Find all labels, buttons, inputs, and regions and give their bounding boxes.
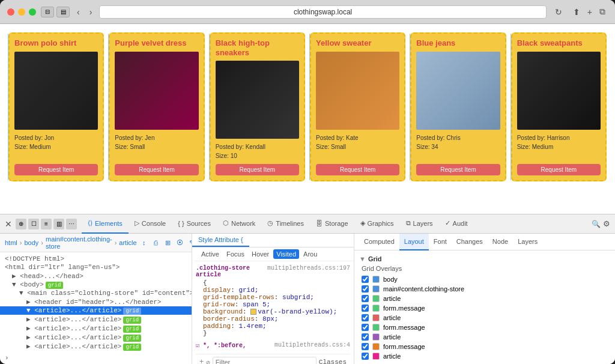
- tab-elements[interactable]: ⟨⟩ Elements: [82, 214, 129, 234]
- grid-overlay-checkbox[interactable]: [362, 276, 369, 283]
- focus-state-btn[interactable]: Focus: [223, 249, 247, 259]
- windows-button[interactable]: ⧉: [597, 5, 608, 18]
- request-button-polo[interactable]: Request Item: [14, 164, 98, 175]
- share-button[interactable]: ⬆: [571, 5, 583, 18]
- tree-line[interactable]: ▼ <article>...</article>grid: [0, 306, 192, 315]
- style-file-link[interactable]: multiplethreads.css:197: [267, 265, 350, 278]
- grid-overlay-item: form.message: [359, 324, 610, 331]
- arou-state-btn[interactable]: Arou: [300, 249, 320, 259]
- mobile-icon[interactable]: ☐: [28, 219, 39, 229]
- grid-icon[interactable]: ⊞: [163, 238, 173, 247]
- active-state-btn[interactable]: Active: [198, 249, 222, 259]
- grid-overlay-checkbox[interactable]: [362, 314, 369, 321]
- tree-line[interactable]: ▶ <article>...</article>grid: [0, 342, 192, 351]
- devtools-close-button[interactable]: ✕: [5, 219, 12, 229]
- card-image-sweatpants: [517, 52, 601, 130]
- tab-icon[interactable]: ⊟: [41, 7, 54, 17]
- tab-sources[interactable]: { } Sources: [172, 214, 217, 234]
- visited-state-btn[interactable]: Visited: [273, 249, 299, 259]
- grid-overlay-checkbox[interactable]: [362, 295, 369, 302]
- network-tab-label: Network: [231, 220, 255, 227]
- tab-audit[interactable]: ✓ Audit: [439, 214, 474, 234]
- request-button-dress[interactable]: Request Item: [115, 164, 198, 175]
- grid-section-title: ▼ Grid: [359, 255, 610, 262]
- card-image-polo: [14, 52, 98, 130]
- sidebar-icon[interactable]: ▤: [56, 7, 70, 17]
- card-title-dress: Purple velvet dress: [115, 38, 198, 48]
- target-icon[interactable]: ⦿: [175, 238, 185, 247]
- grid-overlay-checkbox[interactable]: [362, 285, 369, 293]
- grid-overlay-label: article: [383, 333, 401, 341]
- forward-button[interactable]: ›: [87, 6, 95, 18]
- more-icon[interactable]: ⋯: [66, 219, 77, 229]
- font-tab[interactable]: Font: [429, 234, 452, 250]
- devtools-settings-button[interactable]: ⚙: [603, 219, 610, 228]
- grid-overlay-checkbox[interactable]: [362, 305, 369, 312]
- grid-arrow-icon: ▼: [359, 255, 366, 262]
- lock-icon[interactable]: ↕: [139, 238, 149, 247]
- tree-line[interactable]: ▼ <main class="clothing-store" id="conte…: [0, 289, 192, 297]
- grid-section: ▼ Grid Grid Overlays bodymain#content.cl…: [359, 255, 610, 360]
- tab-console[interactable]: ▷ Console: [129, 214, 172, 234]
- tree-line[interactable]: ▶ <head>...</head>: [0, 271, 192, 281]
- tab-graphics[interactable]: ◈ Graphics: [354, 214, 400, 234]
- tab-storage[interactable]: 🗄 Storage: [310, 214, 354, 234]
- settings-icon2[interactable]: ≡: [41, 219, 52, 229]
- request-button-sweatpants[interactable]: Request Item: [517, 164, 601, 175]
- hover-state-btn[interactable]: Hover: [249, 249, 272, 259]
- grid-overlay-color: [372, 276, 380, 283]
- layout-tab[interactable]: Layout: [399, 234, 429, 250]
- computed-tab[interactable]: Computed: [359, 234, 399, 250]
- clothing-card-dress: Purple velvet dressPosted by: JenSize: S…: [109, 32, 204, 181]
- style-grid-row: grid-row: span 5;: [203, 301, 350, 308]
- request-button-sweater[interactable]: Request Item: [316, 164, 399, 175]
- tree-line[interactable]: <!DOCTYPE html>: [0, 255, 192, 263]
- grid-overlay-checkbox[interactable]: [362, 343, 369, 350]
- classes-label: Classes: [319, 359, 347, 364]
- tree-line[interactable]: ▶ <header id="header">...</header>: [0, 297, 192, 306]
- address-bar[interactable]: clothingswap.local: [99, 5, 546, 19]
- close-button[interactable]: [7, 8, 14, 16]
- maximize-button[interactable]: [29, 8, 36, 16]
- tree-line[interactable]: ▶ <article>...</article>grid: [0, 324, 192, 333]
- tab-network[interactable]: ⬡ Network: [217, 214, 261, 234]
- back-button[interactable]: ‹: [74, 6, 82, 18]
- clothing-card-jeans: Blue jeansPosted by: ChrisSize: 34Reques…: [410, 32, 506, 181]
- reload-button[interactable]: ↻: [551, 6, 566, 18]
- grid-overlay-checkbox[interactable]: [362, 324, 369, 331]
- grid-overlay-checkbox[interactable]: [362, 353, 369, 360]
- sources-tab-icon: { }: [178, 220, 184, 227]
- inspect-icon[interactable]: ⊕: [16, 219, 26, 229]
- dock-icon[interactable]: ▥: [53, 219, 64, 229]
- request-button-sneakers[interactable]: Request Item: [216, 164, 299, 175]
- tab-layers[interactable]: ⧉ Layers: [400, 214, 439, 234]
- request-button-jeans[interactable]: Request Item: [416, 164, 500, 175]
- breadcrumb-article[interactable]: article: [119, 239, 136, 246]
- filter-input[interactable]: [213, 357, 317, 364]
- tree-line[interactable]: ▶ <article>...</article>grid: [0, 333, 192, 342]
- minimize-button[interactable]: [18, 8, 25, 16]
- console-prompt[interactable]: ›: [0, 352, 192, 364]
- changes-tab[interactable]: Changes: [452, 234, 488, 250]
- console-tab-icon: ▷: [135, 219, 139, 227]
- node-tab[interactable]: Node: [488, 234, 513, 250]
- add-filter-icon[interactable]: +: [199, 358, 204, 364]
- tree-line[interactable]: ▼ <body>grid: [0, 281, 192, 289]
- grid-overlay-checkbox[interactable]: [362, 333, 369, 341]
- breadcrumb-body[interactable]: body: [24, 239, 38, 246]
- breadcrumb-main[interactable]: main#content.clothing-store: [46, 235, 112, 250]
- grid-overlay-color: [372, 324, 380, 331]
- print-icon[interactable]: ⎙: [151, 238, 161, 247]
- style-attribute-tab[interactable]: Style Attribute {: [192, 234, 249, 247]
- audit-tab-icon: ✓: [445, 219, 450, 227]
- storage-tab-label: Storage: [325, 220, 348, 227]
- new-tab-button[interactable]: +: [585, 5, 595, 18]
- tab-timelines[interactable]: ◷ Timelines: [261, 214, 310, 234]
- grid-overlay-label: form.message: [383, 324, 425, 331]
- pen-icon[interactable]: ✎: [187, 238, 192, 247]
- layers-tab[interactable]: Layers: [513, 234, 542, 250]
- universal-file-link[interactable]: multiplethreads.css:4: [274, 342, 350, 349]
- tree-line[interactable]: <html dir="ltr" lang="en-us">: [0, 263, 192, 271]
- breadcrumb-html[interactable]: html: [5, 239, 17, 246]
- tree-line[interactable]: ▶ <article>...</article>grid: [0, 315, 192, 324]
